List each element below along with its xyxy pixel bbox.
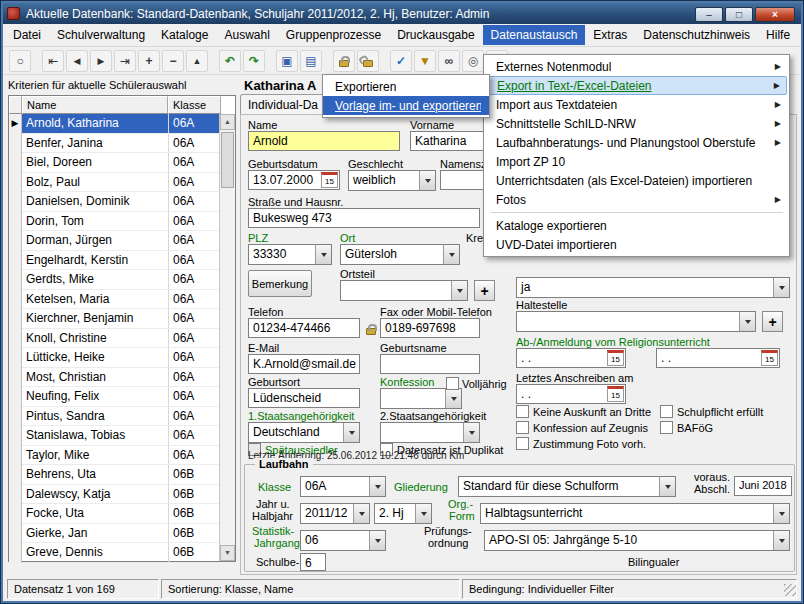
religion-von-date-field[interactable]: . .15 — [516, 348, 626, 368]
schulbesuch-field[interactable]: 6 — [300, 553, 326, 571]
dropdown-arrow-icon[interactable] — [739, 312, 755, 331]
menu-item-import-zp10[interactable]: Import ZP 10 — [484, 152, 789, 171]
add-haltestelle-button[interactable]: + — [762, 311, 783, 332]
nav-prev-icon[interactable]: ◀ — [66, 50, 88, 72]
student-row[interactable]: Greve, Dennis06B — [9, 543, 235, 563]
geschlecht-combo[interactable]: weiblich — [348, 170, 436, 191]
student-row[interactable]: Gerdts, Mike06A — [9, 270, 235, 290]
fahrschueler-combo[interactable]: ja — [516, 277, 790, 298]
menu-item-schnittstelle-schild[interactable]: Schnittstelle SchILD-NRW▶ — [484, 114, 789, 133]
menubar-item-kataloge[interactable]: Kataloge — [153, 25, 216, 45]
dropdown-arrow-icon[interactable] — [659, 477, 675, 496]
menubar-item-extras[interactable]: Extras — [585, 25, 635, 45]
dropdown-arrow-icon[interactable] — [773, 504, 789, 523]
geburtsdatum-field[interactable]: 13.07.200015 — [248, 170, 340, 190]
maximize-button[interactable]: □ — [725, 7, 753, 22]
schulpflicht-checkbox[interactable] — [660, 405, 673, 418]
fax-field[interactable]: 0189-697698 — [380, 318, 480, 338]
email-field[interactable]: K.Arnold@smail.de — [248, 354, 360, 374]
foto-checkbox[interactable] — [516, 437, 529, 450]
scroll-down-icon[interactable]: ▼ — [220, 545, 235, 561]
menu-item-export-text-excel[interactable]: Export in Text-/Excel-Dateien▶ — [486, 76, 787, 95]
pruefungsordnung-combo[interactable]: APO-SI 05: Jahrgänge 5-10 — [484, 530, 790, 551]
dropdown-arrow-icon[interactable] — [315, 245, 331, 264]
religion-bis-date-field[interactable]: . .15 — [656, 348, 780, 368]
dropdown-arrow-icon[interactable] — [445, 389, 461, 408]
ort-combo[interactable]: Gütersloh — [340, 244, 460, 265]
add-record-icon[interactable]: + — [138, 50, 160, 72]
ortsteil-combo[interactable] — [340, 280, 468, 301]
student-row[interactable]: Most, Christian06A — [9, 368, 235, 388]
konfession-combo[interactable] — [380, 388, 462, 409]
nav-first-icon[interactable]: ⇤ — [42, 50, 64, 72]
menubar-item-gruppenprozesse[interactable]: Gruppenprozesse — [278, 25, 389, 45]
dropdown-arrow-icon[interactable] — [463, 423, 479, 442]
plz-combo[interactable]: 33330 — [248, 244, 332, 265]
menubar-item-datenschutzhinweis[interactable]: Datenschutzhinweis — [635, 25, 758, 45]
scroll-thumb[interactable] — [221, 132, 234, 188]
dropdown-arrow-icon[interactable] — [451, 281, 467, 300]
geburtsort-field[interactable]: Lüdenscheid — [248, 388, 360, 408]
dropdown-arrow-icon[interactable] — [343, 423, 359, 442]
student-row[interactable]: Stanislawa, Tobias06A — [9, 426, 235, 446]
menu-item-import-textdateien[interactable]: Import aus Textdateien▶ — [484, 95, 789, 114]
record-circle-icon[interactable]: ○ — [9, 50, 31, 72]
student-row[interactable]: Pintus, Sandra06A — [9, 407, 235, 427]
copy-list-icon[interactable]: ▤ — [300, 50, 322, 72]
statistik-jahrgang-combo[interactable]: 06 — [300, 530, 386, 551]
name-column-header[interactable]: Name — [22, 96, 168, 114]
delete-record-icon[interactable]: − — [162, 50, 184, 72]
menubar-item-schulverwaltung[interactable]: Schulverwaltung — [49, 25, 153, 45]
student-row[interactable]: Bolz, Paul06A — [9, 173, 235, 193]
student-row[interactable]: Gierke, Jan06B — [9, 524, 235, 544]
klasse-column-header[interactable]: Klasse — [168, 96, 221, 114]
konfession-zeugnis-checkbox[interactable] — [516, 421, 529, 434]
calendar-icon[interactable]: 15 — [321, 172, 338, 188]
lock-icon[interactable] — [333, 50, 355, 72]
student-row[interactable]: Neufing, Felix06A — [9, 387, 235, 407]
add-ortsteil-button[interactable]: + — [474, 280, 495, 301]
minimize-button[interactable]: – — [695, 7, 723, 22]
haltestelle-combo[interactable] — [516, 311, 756, 332]
submenu-item-vorlage-im-export[interactable]: Vorlage im- und exportieren — [323, 96, 489, 115]
menubar-item-auswahl[interactable]: Auswahl — [216, 25, 277, 45]
undo-icon[interactable]: ↶ — [219, 50, 241, 72]
dropdown-arrow-icon[interactable] — [369, 477, 385, 496]
staat1-combo[interactable]: Deutschland — [248, 422, 360, 443]
student-row[interactable]: Ketelsen, Maria06A — [9, 290, 235, 310]
redo-icon[interactable]: ↷ — [243, 50, 265, 72]
menu-item-laufbahnberatung[interactable]: Laufbahnberatungs- und Planungstool Ober… — [484, 133, 789, 152]
nav-last-icon[interactable]: ⇥ — [114, 50, 136, 72]
copy-record-icon[interactable]: ▣ — [276, 50, 298, 72]
student-row[interactable]: Taylor, Mike06A — [9, 446, 235, 466]
resize-grip[interactable] — [784, 584, 796, 596]
menubar-item-datei[interactable]: Datei — [5, 25, 49, 45]
student-row[interactable]: Focke, Uta06B — [9, 504, 235, 524]
student-row[interactable]: Engelhardt, Kerstin06A — [9, 251, 235, 271]
close-button[interactable]: × — [755, 7, 795, 22]
jahr-combo[interactable]: 2011/12 — [300, 503, 370, 524]
dropdown-arrow-icon[interactable] — [773, 531, 789, 550]
student-row[interactable]: Dorin, Tom06A — [9, 212, 235, 232]
dropdown-arrow-icon[interactable] — [415, 504, 431, 523]
anschreiben-date-field[interactable]: . .15 — [516, 384, 626, 404]
scroll-up-icon[interactable]: ▲ — [220, 114, 235, 130]
auskunft-checkbox[interactable] — [516, 405, 529, 418]
dropdown-arrow-icon[interactable] — [443, 245, 459, 264]
gliederung-combo[interactable]: Standard für diese Schulform — [458, 476, 676, 497]
edit-record-icon[interactable]: ▲ — [186, 50, 208, 72]
calendar-icon[interactable]: 15 — [607, 386, 624, 402]
orgform-combo[interactable]: Halbtagsunterricht — [480, 503, 790, 524]
menu-item-fotos[interactable]: Fotos▶ — [484, 190, 789, 209]
dropdown-arrow-icon[interactable] — [419, 171, 435, 190]
student-row[interactable]: Lütticke, Heike06A — [9, 348, 235, 368]
name-field[interactable]: Arnold — [248, 131, 400, 151]
halbjahr-combo[interactable]: 2. Hj — [374, 503, 432, 524]
student-row[interactable]: Knoll, Christine06A — [9, 329, 235, 349]
dropdown-arrow-icon[interactable] — [773, 278, 789, 297]
student-row[interactable]: ▶Arnold, Katharina06A — [9, 114, 235, 134]
telefon-field[interactable]: 01234-474466 — [248, 318, 360, 338]
menu-item-uvd-importieren[interactable]: UVD-Datei importieren — [484, 235, 789, 254]
dropdown-arrow-icon[interactable] — [369, 531, 385, 550]
student-row[interactable]: Behrens, Uta06B — [9, 465, 235, 485]
